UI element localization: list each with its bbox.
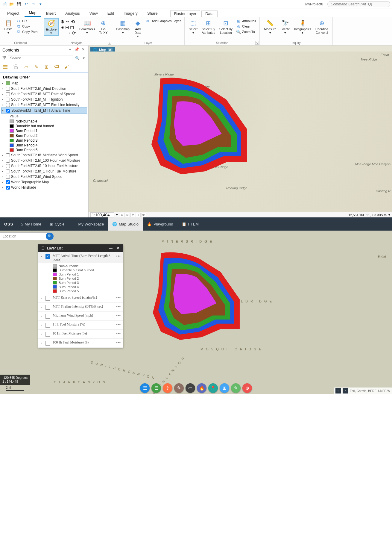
layer-checkbox[interactable] <box>45 254 50 259</box>
add-data-button[interactable]: ◆Add Data▾ <box>132 18 144 39</box>
map-node[interactable]: ▸Map <box>1 81 87 86</box>
layer-checkbox[interactable] <box>6 164 10 168</box>
qat-dropdown-icon[interactable]: ▾ <box>38 1 43 7</box>
list-by-source-icon[interactable] <box>13 63 19 70</box>
select-by-location-button[interactable]: ⊡Select By Location <box>218 18 234 35</box>
nav-small-icon[interactable]: ↔ <box>65 19 70 25</box>
copy-button[interactable]: ⧉Copy <box>15 24 39 29</box>
layer-list-item[interactable]: ▾MTT Arrival Time (Burn Period Length 8 … <box>38 252 123 263</box>
layer-node[interactable]: ▸World Topographic Map <box>1 179 87 185</box>
tab-share[interactable]: Share <box>143 10 162 17</box>
command-search-input[interactable] <box>327 1 390 7</box>
layer-checkbox[interactable] <box>6 169 10 173</box>
map-tool-button[interactable]: ⊕ <box>242 383 252 393</box>
coord-conversion-button[interactable]: ⊕Coordina Conversi <box>314 18 330 35</box>
layer-checkbox[interactable] <box>6 87 10 91</box>
map-studio-view[interactable]: M I N E R S R I D G E G O L D R I D G E … <box>0 231 392 394</box>
clear-button[interactable]: ⊘Clear <box>235 24 257 29</box>
status-tool-icon[interactable]: ✛ <box>130 213 135 217</box>
locate-button[interactable]: 🔭Locate▾ <box>279 18 292 35</box>
contents-menu-icon[interactable]: ▾ <box>67 47 73 53</box>
status-tool-icon[interactable]: ⊞ <box>120 213 124 217</box>
prev-icon[interactable]: ‹ <box>335 388 341 393</box>
search-dropdown-icon[interactable]: ▾ <box>81 56 86 60</box>
nav-map-studio[interactable]: 🌐 Map Studio <box>108 217 143 231</box>
layer-node[interactable]: ▸World Hillshade <box>1 185 87 190</box>
nav-small-icon[interactable]: ◻ <box>70 25 74 30</box>
layer-checkbox[interactable] <box>45 341 50 346</box>
nav-ftem[interactable]: 📋 FTEM <box>177 217 203 231</box>
layer-node[interactable]: ▸SouthForkMTT2.tif_100 Hour Fuel Moistur… <box>1 158 87 163</box>
layer-checkbox[interactable] <box>45 323 50 328</box>
list-by-selection-icon[interactable]: ▱ <box>23 63 29 70</box>
layer-node[interactable]: ▸SouthForkMTT2.tif_10 Hour Fuel Moisture <box>1 163 87 169</box>
nav-small-icon[interactable]: ⊟ <box>65 25 69 30</box>
layer-list-item[interactable]: ▸MTT Rate of Spread (chains/hr)••• <box>38 294 123 303</box>
tab-map[interactable]: Map <box>25 9 40 17</box>
add-graphics-button[interactable]: ✏Add Graphics Layer <box>145 18 182 24</box>
layer-node[interactable]: ▸SouthForkMTT2.tif_MTT Rate of Spread <box>1 91 87 97</box>
layer-checkbox[interactable] <box>45 332 50 337</box>
tab-project[interactable]: Project <box>3 10 23 17</box>
search-icon[interactable]: 🔍 <box>75 56 80 60</box>
navigate-launcher[interactable]: ↘ <box>108 41 111 45</box>
nav-small-icon[interactable]: ⊕ <box>60 19 64 25</box>
status-tool-icon[interactable]: ↕ <box>136 213 141 217</box>
nav-small-icon[interactable]: ⊞ <box>60 25 64 30</box>
layer-node[interactable]: ▸SouthForkMTT2.tif_Wind Direction <box>1 86 87 91</box>
layer-node[interactable]: ▸SouthForkMTT2.tif_MTT Ignition <box>1 97 87 102</box>
map-tool-button[interactable]: ☰ <box>151 383 161 393</box>
layer-checkbox[interactable] <box>45 314 50 319</box>
more-icon[interactable]: ••• <box>116 323 121 327</box>
basemap-button[interactable]: ▦Basemap▾ <box>115 18 131 35</box>
layer-node[interactable]: ▸SouthForkMTT2.tif_MTT Arrival Time <box>1 108 87 113</box>
contents-pin-icon[interactable]: 📌 <box>74 47 79 53</box>
nav-small-icon[interactable]: → <box>66 30 71 36</box>
selection-launcher[interactable]: ↘ <box>255 41 259 45</box>
location-search[interactable]: Location🔍 <box>0 232 54 240</box>
tab-insert[interactable]: Insert <box>42 10 60 17</box>
more-icon[interactable]: ••• <box>116 332 121 336</box>
open-icon[interactable]: 📂 <box>9 1 14 7</box>
contents-search-input[interactable] <box>8 55 73 61</box>
tab-raster-layer[interactable]: Raster Layer <box>170 10 200 17</box>
more-icon[interactable]: ••• <box>116 314 121 318</box>
undo-icon[interactable]: ↶ <box>23 1 29 7</box>
layer-node[interactable]: ▸SouthForkMTT2.tif_1 Hour Fuel Moisture <box>1 169 87 174</box>
zoom-to-button[interactable]: 🔍Zoom To <box>235 29 257 34</box>
tab-imagery[interactable]: Imagery <box>119 10 142 17</box>
cut-button[interactable]: ✂Cut <box>15 18 39 24</box>
more-icon[interactable]: ••• <box>116 340 121 345</box>
map-tool-button[interactable]: ✎ <box>231 383 241 393</box>
save-icon[interactable]: 💾 <box>16 1 22 7</box>
nav-small-icon[interactable]: ⟲ <box>71 19 75 25</box>
tab-edit[interactable]: Edit <box>103 10 118 17</box>
next-icon[interactable]: › <box>343 388 348 393</box>
layer-checkbox[interactable] <box>45 296 50 301</box>
tab-data[interactable]: Data <box>201 10 217 17</box>
minimize-icon[interactable]: — <box>108 246 113 250</box>
map-tool-button[interactable]: 📍 <box>208 383 218 393</box>
layer-checkbox[interactable] <box>6 109 10 113</box>
measure-button[interactable]: 📏Measure▾ <box>262 18 278 35</box>
tab-view[interactable]: View <box>85 10 102 17</box>
more-icon[interactable]: ••• <box>116 254 121 258</box>
layer-checkbox[interactable] <box>6 153 10 157</box>
nav-cycle[interactable]: ◉ Cycle <box>45 217 69 231</box>
layer-list-item[interactable]: ▸1 Hr Fuel Moisture (%)••• <box>38 321 123 330</box>
tab-analysis[interactable]: Analysis <box>61 10 84 17</box>
new-icon[interactable]: 📄 <box>2 1 7 7</box>
map-tool-button[interactable]: ▭ <box>186 383 195 393</box>
layer-list-item[interactable]: ▸10 Hr Fuel Moisture (%)••• <box>38 330 123 339</box>
status-tool-icon[interactable]: N▸ <box>141 213 146 217</box>
list-by-labeling-icon[interactable]: 🏷 <box>53 63 60 70</box>
nav-home[interactable]: ⌂ My Home <box>16 217 45 231</box>
more-icon[interactable]: ••• <box>116 296 121 300</box>
map-view[interactable]: 🌐 Map✕ Miners Ridge Hornet Ridge Gold Ri… <box>89 46 392 217</box>
copy-path-button[interactable]: ⧉Copy Path <box>15 29 39 34</box>
explore-button[interactable]: 🧭Explore▾ <box>44 18 59 36</box>
layer-list-item[interactable]: ▸MTT Fireline Intensity (BTU/ft-sec)••• <box>38 303 123 312</box>
layer-checkbox[interactable] <box>6 103 10 107</box>
more-icon[interactable]: ••• <box>116 305 121 309</box>
layer-checkbox[interactable] <box>6 159 10 163</box>
